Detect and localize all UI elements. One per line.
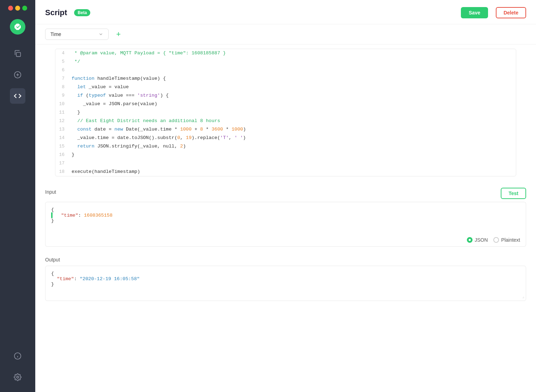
beta-badge: Beta <box>74 9 90 16</box>
sidebar <box>0 0 35 392</box>
code-line-15: 15 return JSON.stringify(_value, null, 2… <box>55 142 516 151</box>
code-line-6: 6 <box>55 66 516 74</box>
main-content: Script Beta Save Delete Time + 4 * @para… <box>35 0 536 392</box>
traffic-lights <box>8 6 27 11</box>
output-editor: { "time": "2020-12-19 16:05:58" } ⌟ <box>45 266 526 301</box>
minimize-button[interactable] <box>15 6 20 11</box>
output-section: Output { "time": "2020-12-19 16:05:58" }… <box>35 252 536 301</box>
script-type-dropdown[interactable]: Time <box>45 29 109 40</box>
sidebar-bottom <box>10 347 25 386</box>
close-button[interactable] <box>8 6 13 11</box>
info-icon <box>14 352 22 360</box>
plaintext-radio[interactable]: Plaintext <box>493 237 520 243</box>
header: Script Beta Save Delete <box>35 0 536 24</box>
resize-handle[interactable]: ⌟ <box>522 294 524 299</box>
json-radio-dot <box>467 237 473 243</box>
code-line-16: 16 } <box>55 151 516 159</box>
code-icon <box>14 92 22 100</box>
add-icon <box>14 71 22 79</box>
sidebar-item-add[interactable] <box>10 67 25 83</box>
input-header: Input Test <box>45 188 526 199</box>
plaintext-radio-label: Plaintext <box>501 237 520 243</box>
code-line-17: 17 <box>55 159 516 168</box>
code-line-12: 12 // East Eight District needs an addit… <box>55 117 516 125</box>
code-line-18: 18 execute(handleTimestamp) <box>55 168 516 176</box>
json-radio[interactable]: JSON <box>467 237 488 243</box>
svg-rect-0 <box>16 52 20 56</box>
input-editor[interactable]: { "time": 1608365158 } <box>45 202 526 234</box>
code-line-4: 4 * @param value, MQTT Payload = { "time… <box>55 49 516 58</box>
logo-icon <box>13 23 22 31</box>
sidebar-item-code[interactable] <box>10 88 25 104</box>
page-title: Script <box>45 8 67 17</box>
chevron-down-icon <box>98 32 103 37</box>
svg-point-7 <box>17 376 19 378</box>
save-button[interactable]: Save <box>461 7 488 18</box>
settings-icon <box>14 373 22 381</box>
sidebar-item-info[interactable] <box>10 348 25 364</box>
code-line-5: 5 */ <box>55 58 516 66</box>
input-label: Input <box>45 189 56 195</box>
maximize-button[interactable] <box>22 6 27 11</box>
code-line-14: 14 _value.time = date.toJSON().substr(0,… <box>55 134 516 142</box>
code-editor[interactable]: 4 * @param value, MQTT Payload = { "time… <box>55 49 516 176</box>
json-radio-label: JSON <box>475 237 488 243</box>
output-label: Output <box>45 257 60 263</box>
add-script-button[interactable]: + <box>113 29 124 40</box>
plaintext-radio-dot <box>493 237 499 243</box>
input-footer: JSON Plaintext <box>45 234 526 247</box>
code-line-13: 13 const date = new Date(_value.time * 1… <box>55 125 516 134</box>
app-logo[interactable] <box>10 19 25 35</box>
toolbar: Time + <box>35 24 536 44</box>
content-area: 4 * @param value, MQTT Payload = { "time… <box>35 44 536 392</box>
input-section: Input Test { "time": 1608365158 } JSON P… <box>35 183 536 247</box>
dropdown-value: Time <box>50 31 96 37</box>
sidebar-item-duplicate[interactable] <box>10 46 25 61</box>
sidebar-item-settings[interactable] <box>10 369 25 385</box>
code-line-8: 8 let _value = value <box>55 83 516 91</box>
code-editor-wrapper: 4 * @param value, MQTT Payload = { "time… <box>35 49 536 176</box>
code-line-10: 10 _value = JSON.parse(value) <box>55 100 516 108</box>
delete-button[interactable]: Delete <box>496 7 526 18</box>
test-button[interactable]: Test <box>501 188 526 199</box>
duplicate-icon <box>14 50 22 58</box>
code-line-11: 11 } <box>55 108 516 117</box>
code-line-9: 9 if (typeof value === 'string') { <box>55 91 516 100</box>
format-radio-group: JSON Plaintext <box>467 237 520 243</box>
code-line-7: 7 function handleTimestamp(value) { <box>55 74 516 83</box>
